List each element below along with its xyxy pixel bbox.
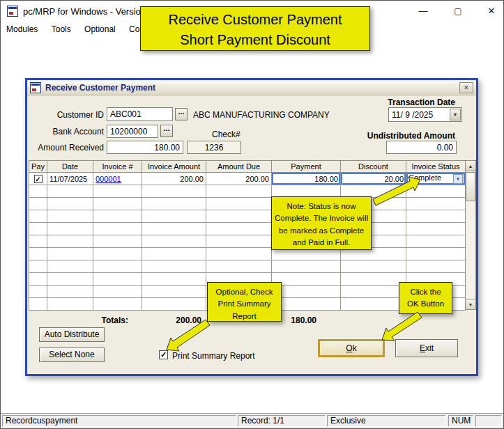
cell-invoice-amount: 200.00 bbox=[142, 173, 206, 185]
invoice-row: ✓ 11/07/2025 000001 200.00 200.00 180.00… bbox=[29, 173, 466, 185]
check-number-label: Check# bbox=[212, 130, 240, 139]
check-number-field[interactable]: 1236 bbox=[187, 141, 241, 154]
exit-button[interactable]: Exit bbox=[395, 339, 458, 357]
status-bar: Recordcuspayment Record: 1/1 Exclusive N… bbox=[1, 413, 503, 428]
status-dropdown-icon[interactable]: ▼ bbox=[453, 174, 463, 184]
print-callout: Optional, Check Print Summary Report bbox=[207, 282, 282, 322]
grid-empty-row bbox=[29, 260, 466, 273]
bank-account-field[interactable]: 10200000 bbox=[107, 125, 158, 138]
col-payment: Payment bbox=[272, 161, 341, 173]
col-pay: Pay bbox=[29, 161, 47, 173]
dialog-close-icon[interactable]: ✕ bbox=[459, 82, 473, 93]
pay-checkbox[interactable]: ✓ bbox=[34, 175, 43, 183]
main-window: pc/MRP for Windows - Version — ▢ ✕ Modul… bbox=[0, 0, 504, 429]
grid-empty-row bbox=[29, 235, 466, 248]
col-amount-due: Amount Due bbox=[206, 161, 272, 173]
receive-customer-payment-dialog: Receive Customer Payment ✕ Transaction D… bbox=[25, 78, 478, 376]
print-summary-label: Print Summary Report bbox=[172, 351, 255, 361]
note-callout: Note: Status is now Complete. The Invoic… bbox=[271, 196, 372, 250]
amount-received-field[interactable]: 180.00 bbox=[107, 141, 183, 154]
status-mode: Exclusive bbox=[327, 415, 445, 427]
cell-invoice-status[interactable]: ▼Complete bbox=[406, 173, 466, 185]
minimize-button[interactable]: — bbox=[411, 2, 436, 20]
customer-name-text: ABC MANUFACTURING COMPANY bbox=[193, 110, 330, 120]
close-button[interactable]: ✕ bbox=[479, 2, 504, 20]
scroll-up-icon[interactable]: ▲ bbox=[466, 161, 475, 171]
grid-empty-row bbox=[29, 198, 466, 210]
ok-button[interactable]: Ok bbox=[318, 339, 385, 357]
menu-tools[interactable]: Tools bbox=[46, 22, 77, 37]
dialog-title: Receive Customer Payment bbox=[45, 83, 155, 93]
grid-header-row: Pay Date Invoice # Invoice Amount Amount… bbox=[29, 161, 466, 173]
grid-empty-row bbox=[29, 248, 466, 260]
bank-account-label: Bank Account bbox=[41, 127, 104, 136]
auto-distribute-button[interactable]: Auto Distribute bbox=[39, 327, 105, 342]
grid-empty-row bbox=[29, 210, 466, 223]
dialog-icon bbox=[30, 82, 41, 93]
grid-empty-row bbox=[29, 185, 466, 198]
transaction-date-value: 11/ 9 /2025 bbox=[392, 110, 433, 120]
invoice-link[interactable]: 000001 bbox=[96, 175, 121, 183]
bank-account-lookup-button[interactable]: ... bbox=[160, 125, 173, 137]
print-summary-checkbox[interactable]: ✓ bbox=[159, 350, 168, 359]
select-none-button[interactable]: Select None bbox=[39, 348, 105, 362]
grid-scrollbar[interactable]: ▲ ▼ bbox=[465, 160, 476, 310]
status-message: Recordcuspayment bbox=[2, 415, 236, 427]
dialog-titlebar: Receive Customer Payment ✕ bbox=[27, 80, 476, 95]
menu-modules[interactable]: Modules bbox=[1, 22, 43, 37]
undistributed-amount-field: 0.00 bbox=[386, 141, 457, 154]
undistributed-amount-label: Undistributed Amount bbox=[367, 131, 455, 141]
chevron-down-icon[interactable]: ▼ bbox=[450, 109, 461, 120]
cell-payment[interactable]: 180.00 bbox=[272, 173, 341, 185]
scroll-thumb[interactable] bbox=[466, 172, 475, 201]
col-date: Date bbox=[47, 161, 93, 173]
col-invoice-status: Invoice Status bbox=[406, 161, 466, 173]
status-value: Complete bbox=[408, 173, 441, 182]
cell-date: 11/07/2025 bbox=[47, 173, 93, 185]
menu-optional[interactable]: Optional bbox=[79, 22, 121, 37]
transaction-date-label: Transaction Date bbox=[388, 98, 455, 107]
title-callout: Receive Customer Payment Short Payment D… bbox=[140, 6, 370, 51]
status-extra-panel bbox=[475, 415, 502, 427]
window-title: pc/MRP for Windows - Version bbox=[23, 6, 146, 17]
totals-invoice-amount: 200.00 bbox=[142, 315, 201, 325]
col-invoice: Invoice # bbox=[93, 161, 142, 173]
scroll-down-icon[interactable]: ▼ bbox=[466, 299, 475, 309]
status-num-lock: NUM bbox=[448, 415, 473, 427]
col-invoice-amount: Invoice Amount bbox=[142, 161, 206, 173]
ok-callout: Click the OK Button bbox=[399, 282, 452, 314]
grid-empty-row bbox=[29, 223, 466, 235]
customer-id-label: Customer ID bbox=[41, 110, 104, 120]
cell-amount-due: 200.00 bbox=[206, 173, 272, 185]
col-discount: Discount bbox=[341, 161, 406, 173]
maximize-button[interactable]: ▢ bbox=[445, 2, 471, 20]
cell-discount[interactable]: 20.00 bbox=[341, 173, 406, 185]
customer-id-field[interactable]: ABC001 bbox=[107, 107, 173, 121]
app-icon bbox=[7, 6, 18, 17]
totals-label: Totals: bbox=[86, 315, 128, 325]
status-record: Record: 1/1 bbox=[238, 415, 326, 427]
customer-lookup-button[interactable]: ... bbox=[175, 108, 188, 120]
transaction-date-combo[interactable]: 11/ 9 /2025 ▼ bbox=[388, 107, 462, 122]
amount-received-label: Amount Received bbox=[34, 143, 104, 153]
